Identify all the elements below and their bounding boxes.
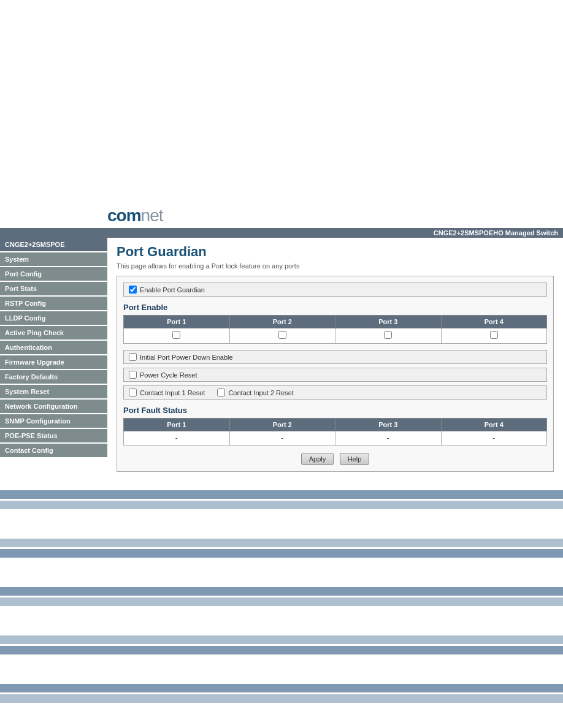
contact-input-1-checkbox[interactable] [129, 389, 137, 396]
content-box: Enable Port Guardian Port Enable Port 1 … [117, 276, 554, 472]
sidebar-item-contact-config[interactable]: Contact Config [0, 444, 107, 457]
blue-bar-dark [0, 490, 563, 499]
sidebar-item-factory-defaults[interactable]: Factory Defaults [0, 370, 107, 384]
sidebar: CNGE2+2SMSPOE System Port Config Port St… [0, 238, 107, 478]
page-title: Port Guardian [117, 244, 554, 260]
port2-enable-checkbox[interactable] [278, 331, 286, 339]
button-row: Apply Help [123, 453, 547, 465]
sidebar-item-rstp-config[interactable]: RSTP Config [0, 297, 107, 310]
main-layout: CNGE2+2SMSPOE System Port Config Port St… [0, 238, 563, 478]
enable-guardian-label: Enable Port Guardian [140, 286, 205, 294]
logo: comnet [107, 206, 163, 225]
content-area: Port Guardian This page allows for enabl… [107, 238, 563, 478]
sidebar-item-label: CNGE2+2SMSPOE [5, 241, 65, 248]
sidebar-item-label: System Reset [5, 388, 49, 395]
bar-group-2 [0, 539, 563, 558]
port-fault-table: Port 1 Port 2 Port 3 Port 4 - - - - [123, 418, 547, 446]
white-gap-2 [0, 569, 563, 587]
port-fault-section-title: Port Fault Status [123, 406, 547, 415]
fault-port3-value: - [335, 431, 442, 446]
port-enable-table: Port 1 Port 2 Port 3 Port 4 [123, 315, 547, 344]
header: comnet [0, 196, 563, 228]
enable-guardian-row: Enable Port Guardian [123, 282, 547, 297]
port3-enable-checkbox[interactable] [384, 331, 392, 339]
bottom-bars [0, 490, 563, 703]
sidebar-item-label: LLDP Config [5, 314, 45, 322]
contact-input-2-item: Contact Input 2 Reset [217, 389, 293, 396]
initial-port-power-row: Initial Port Power Down Enable [123, 350, 547, 364]
sidebar-item-port-stats[interactable]: Port Stats [0, 282, 107, 295]
power-cycle-reset-row: Power Cycle Reset [123, 368, 547, 382]
blue-bar-light [0, 539, 563, 547]
blue-bar-dark [0, 549, 563, 558]
sidebar-item-network-config[interactable]: Network Configuration [0, 400, 107, 413]
device-name: CNGE2+2SMSPOEHO Managed Switch [434, 229, 558, 237]
sidebar-item-firmware[interactable]: Firmware Upgrade [0, 355, 107, 369]
port-enable-section-title: Port Enable [123, 303, 547, 312]
port1-checkbox-cell [124, 328, 230, 344]
white-gap-4 [0, 665, 563, 684]
sidebar-item-cnge2[interactable]: CNGE2+2SMSPOE [0, 238, 107, 251]
sidebar-item-label: System [5, 256, 29, 263]
blue-bar-dark [0, 684, 563, 692]
bar-group-1 [0, 490, 563, 509]
bar-group-4 [0, 635, 563, 654]
sidebar-item-poe-pse[interactable]: POE-PSE Status [0, 429, 107, 442]
table-row [124, 328, 547, 344]
blue-bar-light [0, 635, 563, 644]
contact-input-2-checkbox[interactable] [217, 389, 225, 396]
enable-guardian-checkbox[interactable] [129, 286, 137, 294]
port4-enable-checkbox[interactable] [490, 331, 498, 339]
table-row: - - - - [124, 431, 547, 446]
sidebar-item-label: RSTP Config [5, 300, 46, 307]
device-bar: CNGE2+2SMSPOEHO Managed Switch [0, 228, 563, 238]
sidebar-item-lldp-config[interactable]: LLDP Config [0, 311, 107, 325]
initial-port-power-label: Initial Port Power Down Enable [140, 354, 233, 361]
blue-bar-light [0, 501, 563, 509]
page-subtitle: This page allows for enabling a Port loc… [117, 262, 554, 270]
sidebar-item-label: Contact Config [5, 447, 53, 454]
contact-input-1-item: Contact Input 1 Reset [129, 389, 205, 396]
contact-input-1-label: Contact Input 1 Reset [140, 389, 205, 396]
sidebar-item-system[interactable]: System [0, 252, 107, 266]
blue-bar-dark [0, 587, 563, 596]
sidebar-item-label: Firmware Upgrade [5, 358, 64, 366]
bar-group-5 [0, 684, 563, 703]
port3-checkbox-cell [335, 328, 442, 344]
white-gap-3 [0, 617, 563, 635]
fault-port1-value: - [124, 431, 230, 446]
power-cycle-reset-label: Power Cycle Reset [140, 371, 197, 379]
port1-enable-checkbox[interactable] [172, 331, 180, 339]
port-enable-header-2: Port 2 [229, 316, 335, 328]
sidebar-item-active-ping[interactable]: Active Ping Check [0, 326, 107, 339]
fault-header-3: Port 3 [335, 419, 442, 431]
sidebar-item-label: POE-PSE Status [5, 432, 58, 439]
sidebar-item-label: Active Ping Check [5, 329, 64, 336]
fault-header-4: Port 4 [441, 419, 547, 431]
fault-header-1: Port 1 [124, 419, 230, 431]
sidebar-item-port-config[interactable]: Port Config [0, 267, 107, 281]
port-enable-header-4: Port 4 [441, 316, 547, 328]
sidebar-item-authentication[interactable]: Authentication [0, 341, 107, 354]
sidebar-item-snmp-config[interactable]: SNMP Configuration [0, 414, 107, 428]
fault-port2-value: - [229, 431, 335, 446]
port-enable-header-1: Port 1 [124, 316, 230, 328]
port2-checkbox-cell [229, 328, 335, 344]
top-white-space [0, 0, 563, 196]
white-gap-1 [0, 520, 563, 539]
contact-reset-row: Contact Input 1 Reset Contact Input 2 Re… [123, 385, 547, 400]
sidebar-item-label: Port Stats [5, 285, 37, 292]
blue-bar-light [0, 597, 563, 606]
sidebar-item-label: Authentication [5, 344, 52, 351]
port4-checkbox-cell [441, 328, 547, 344]
sidebar-item-label: Port Config [5, 270, 42, 278]
blue-bar-dark [0, 646, 563, 654]
help-button[interactable]: Help [340, 453, 370, 465]
fault-port4-value: - [441, 431, 547, 446]
sidebar-item-system-reset[interactable]: System Reset [0, 385, 107, 398]
initial-port-power-checkbox[interactable] [129, 353, 137, 361]
apply-button[interactable]: Apply [301, 453, 334, 465]
power-cycle-reset-checkbox[interactable] [129, 371, 137, 379]
blue-bar-light [0, 694, 563, 703]
sidebar-item-label: Network Configuration [5, 403, 78, 410]
